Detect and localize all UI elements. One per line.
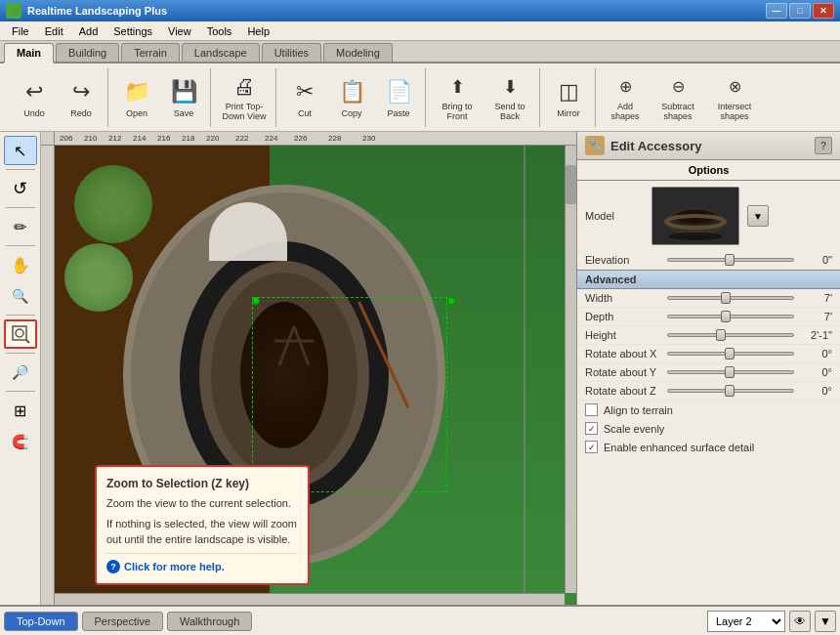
layer-visibility-button[interactable]: 👁 [789,611,811,632]
send-to-back-label: Send to Back [487,103,532,122]
scrollbar-vertical[interactable] [565,146,576,593]
rotate-z-thumb[interactable] [725,385,735,397]
model-preview [651,187,739,245]
depth-thumb[interactable] [721,311,731,322]
align-terrain-label: Align to terrain [604,404,673,416]
maximize-button[interactable]: □ [789,3,811,19]
subtract-shapes-button[interactable]: ⊖ Subtract shapes [651,70,705,125]
redo-label: Redo [70,109,92,119]
toolbar-group-filesave: 📁 Open 💾 Save [110,68,211,127]
rotate-y-value: 0° [798,366,832,378]
grid-tool[interactable]: ⊞ [4,396,37,425]
tab-building[interactable]: Building [56,43,119,62]
open-button[interactable]: 📁 Open [114,70,159,125]
main-tabbar: Main Building Terrain Landscape Utilitie… [0,41,840,64]
rotate-x-thumb[interactable] [725,348,735,360]
svg-point-2 [16,329,23,337]
tooltip-help-link[interactable]: ? Click for more help. [106,553,298,573]
depth-label: Depth [585,311,663,322]
rotate-x-slider[interactable] [667,352,794,356]
surface-detail-checkbox[interactable]: ✓ [585,441,598,453]
elevation-thumb[interactable] [725,254,735,266]
mirror-button[interactable]: ◫ Mirror [546,70,591,125]
send-to-back-button[interactable]: ⬇ Send to Back [484,70,535,125]
zoom-selection-icon [11,324,30,344]
menu-view[interactable]: View [160,23,199,39]
close-button[interactable]: ✕ [813,3,834,19]
print-button[interactable]: 🖨 Print Top-Down View [217,70,272,125]
copy-label: Copy [341,109,361,119]
menu-file[interactable]: File [4,23,37,39]
redo-button[interactable]: ↪ Redo [59,70,104,125]
undo-icon: ↩ [19,76,50,107]
scrollbar-horizontal[interactable] [55,593,565,605]
menu-edit[interactable]: Edit [37,23,71,39]
view-tab-perspective[interactable]: Perspective [82,612,163,631]
tool-divider [6,391,35,392]
intersect-shapes-button[interactable]: ⊗ Intersect shapes [707,70,762,125]
minimize-button[interactable]: — [766,3,787,19]
copy-icon: 📋 [336,76,367,107]
panel-help-button[interactable]: ? [815,137,832,154]
width-thumb[interactable] [721,292,731,304]
copy-button[interactable]: 📋 Copy [329,70,374,125]
height-thumb[interactable] [716,329,726,341]
intersect-shapes-label: Intersect shapes [710,103,759,122]
surface-detail-label: Enable enhanced surface detail [604,442,754,453]
zoom-selection-tool[interactable] [4,319,37,349]
zoom-out-tool[interactable]: 🔎 [4,358,37,387]
bring-to-front-button[interactable]: ⬆ Bring to Front [432,70,483,125]
tool-divider [6,315,35,316]
tab-landscape[interactable]: Landscape [182,43,260,62]
tab-options[interactable]: Options [577,160,840,180]
mirror-label: Mirror [557,109,580,119]
toolbar-group-order: ⬆ Bring to Front ⬇ Send to Back [428,68,540,127]
undo-button[interactable]: ↩ Undo [12,70,57,125]
depth-slider[interactable] [667,315,794,318]
zoom-tooltip: Zoom to Selection (Z key) Zoom the view … [95,465,310,585]
layer-settings-button[interactable]: ▼ [815,611,836,632]
select-tool[interactable]: ↖ [4,136,37,165]
scale-evenly-checkbox[interactable]: ✓ [585,422,598,435]
magnet-tool[interactable]: 🧲 [4,427,37,456]
paste-button[interactable]: 📄 Paste [376,70,421,125]
toolbar-group-undoredo: ↩ Undo ↪ Redo [8,68,108,127]
menu-tools[interactable]: Tools [199,23,240,39]
scrollbar-thumb-v[interactable] [566,165,576,204]
align-terrain-checkbox[interactable] [585,403,598,416]
view-tab-topdown[interactable]: Top-Down [4,612,78,631]
model-dropdown-button[interactable]: ▼ [747,205,769,227]
save-button[interactable]: 💾 Save [161,70,206,125]
tab-terrain[interactable]: Terrain [121,43,180,62]
menu-settings[interactable]: Settings [105,23,160,39]
add-shapes-button[interactable]: ⊕ Add shapes [602,70,649,125]
view-tab-walkthrough[interactable]: Walkthrough [167,612,252,631]
rotate-tool[interactable]: ↺ [4,174,37,203]
svg-point-11 [668,233,723,240]
hand-tool[interactable]: ✋ [4,250,37,279]
height-value: 2'-1" [798,329,832,341]
menu-help[interactable]: Help [239,23,277,39]
menu-add[interactable]: Add [71,23,106,39]
elevation-label: Elevation [585,254,663,266]
selection-handle-topright [447,297,455,305]
surface-detail-row: ✓ Enable enhanced surface detail [577,438,840,456]
tab-main[interactable]: Main [4,43,54,64]
add-shapes-label: Add shapes [605,103,646,122]
elevation-slider[interactable] [667,258,794,262]
rotate-z-slider[interactable] [667,389,794,393]
toolbar-group-clipboard: ✂ Cut 📋 Copy 📄 Paste [278,68,426,127]
pen-tool[interactable]: ✏ [4,212,37,241]
align-terrain-row: Align to terrain [577,401,840,419]
layer-select[interactable]: Layer 1 Layer 2 Layer 3 [707,611,785,632]
vertical-road [524,146,525,605]
zoom-tool[interactable]: 🔍 [4,281,37,311]
rotate-y-slider[interactable] [667,370,794,374]
cut-button[interactable]: ✂ Cut [282,70,327,125]
tab-modeling[interactable]: Modeling [323,43,393,62]
tab-utilities[interactable]: Utilities [262,43,321,62]
save-label: Save [174,109,194,119]
height-slider[interactable] [667,333,794,337]
rotate-y-thumb[interactable] [725,366,735,378]
width-slider[interactable] [667,296,794,300]
